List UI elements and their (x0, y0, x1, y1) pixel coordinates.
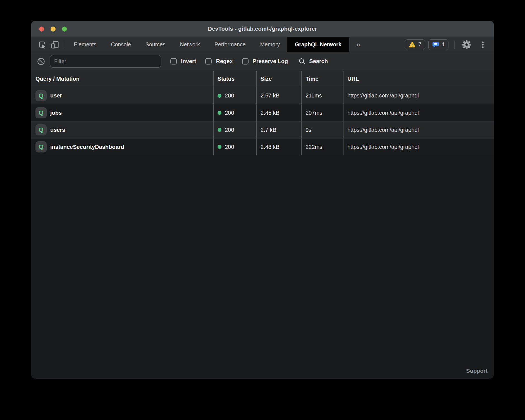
status-ok-dot (218, 145, 221, 149)
regex-label: Regex (216, 58, 233, 65)
warnings-badge[interactable]: 7 (405, 39, 425, 50)
tab-network[interactable]: Network (173, 37, 207, 52)
search-icon (298, 58, 306, 65)
clear-log-button[interactable] (36, 57, 46, 66)
query-name: instanceSecurityDashboard (50, 144, 124, 150)
filter-toolbar: Invert Regex Preserve Log Search (31, 52, 494, 71)
query-type-badge: Q (35, 141, 47, 152)
tabbar-right-divider (454, 40, 455, 49)
traffic-lights (39, 21, 67, 37)
column-header-time[interactable]: Time (302, 71, 343, 87)
settings-button[interactable] (460, 40, 473, 50)
preserve-log-label: Preserve Log (253, 58, 288, 65)
response-size: 2.45 kB (261, 110, 280, 116)
tab-memory[interactable]: Memory (253, 37, 287, 52)
tab-console[interactable]: Console (104, 37, 138, 52)
minimize-button[interactable] (51, 27, 56, 32)
response-time: 211ms (306, 92, 322, 99)
devtools-window: DevTools - gitlab.com/-/graphql-explorer… (31, 21, 494, 379)
warning-triangle-icon (409, 41, 416, 48)
regex-checkbox[interactable] (205, 58, 212, 65)
search-button[interactable]: Search (298, 58, 328, 65)
status-ok-dot (218, 111, 221, 115)
status-code: 200 (225, 144, 234, 150)
status-code: 200 (225, 92, 234, 99)
status-ok-dot (218, 128, 221, 132)
tab-performance[interactable]: Performance (207, 37, 253, 52)
request-list: Q user 200 2.57 kB 211ms https://gitlab.… (31, 87, 494, 155)
response-size: 2.7 kB (261, 127, 276, 133)
regex-checkbox-group[interactable]: Regex (205, 58, 233, 65)
table-row[interactable]: Q instanceSecurityDashboard 200 2.48 kB … (31, 138, 494, 155)
issues-message-icon (432, 41, 439, 48)
request-url: https://gitlab.com/api/graphql (347, 144, 419, 150)
support-link[interactable]: Support (466, 368, 488, 374)
device-toolbar-button[interactable] (49, 37, 61, 52)
preserve-log-checkbox[interactable] (242, 58, 249, 65)
query-name: user (50, 92, 62, 99)
table-row[interactable]: Q jobs 200 2.45 kB 207ms https://gitlab.… (31, 104, 494, 121)
query-name: users (50, 127, 65, 133)
column-header-query-mutation[interactable]: Query / Mutation (31, 71, 214, 87)
search-label: Search (309, 58, 328, 65)
column-header-status[interactable]: Status (214, 71, 257, 87)
query-name: jobs (50, 110, 62, 116)
response-size: 2.57 kB (261, 92, 280, 99)
more-tabs-button[interactable]: » (349, 37, 367, 52)
request-url: https://gitlab.com/api/graphql (347, 92, 419, 99)
window-title: DevTools - gitlab.com/-/graphql-explorer (208, 26, 317, 32)
kebab-menu-icon (479, 40, 487, 49)
invert-checkbox[interactable] (170, 58, 177, 65)
issues-count: 1 (442, 41, 445, 48)
response-time: 207ms (306, 110, 322, 116)
preserve-log-checkbox-group[interactable]: Preserve Log (242, 58, 288, 65)
status-ok-dot (218, 94, 221, 98)
tab-sources[interactable]: Sources (138, 37, 173, 52)
device-toolbar-icon (51, 40, 59, 49)
toolbar-divider (64, 40, 64, 49)
invert-label: Invert (181, 58, 196, 65)
filter-input[interactable] (50, 55, 161, 68)
response-time: 222ms (306, 144, 322, 150)
invert-checkbox-group[interactable]: Invert (170, 58, 196, 65)
inspect-cursor-icon (38, 40, 47, 49)
empty-results-area: Support (31, 155, 494, 379)
column-header-size[interactable]: Size (257, 71, 302, 87)
gear-icon (462, 40, 472, 50)
table-header: Query / Mutation Status Size Time URL (31, 71, 494, 87)
close-button[interactable] (39, 27, 44, 32)
titlebar: DevTools - gitlab.com/-/graphql-explorer (31, 21, 494, 37)
status-code: 200 (225, 110, 234, 116)
devtools-tabbar: Elements Console Sources Network Perform… (31, 37, 494, 52)
request-url: https://gitlab.com/api/graphql (347, 127, 419, 133)
query-type-badge: Q (35, 90, 47, 101)
response-size: 2.48 kB (261, 144, 280, 150)
tab-elements[interactable]: Elements (66, 37, 104, 52)
response-time: 9s (306, 127, 311, 133)
table-row[interactable]: Q users 200 2.7 kB 9s https://gitlab.com… (31, 121, 494, 138)
column-header-url[interactable]: URL (343, 71, 494, 87)
query-type-badge: Q (35, 124, 47, 135)
issues-badge[interactable]: 1 (428, 39, 448, 50)
block-clear-icon (37, 57, 45, 66)
customize-devtools-button[interactable] (476, 40, 489, 49)
query-type-badge: Q (35, 107, 47, 118)
warnings-count: 7 (418, 41, 421, 48)
zoom-button[interactable] (62, 27, 67, 32)
status-code: 200 (225, 127, 234, 133)
request-url: https://gitlab.com/api/graphql (347, 110, 419, 116)
table-row[interactable]: Q user 200 2.57 kB 211ms https://gitlab.… (31, 87, 494, 104)
tab-graphql-network[interactable]: GraphQL Network (287, 37, 349, 52)
inspect-element-button[interactable] (36, 37, 49, 52)
